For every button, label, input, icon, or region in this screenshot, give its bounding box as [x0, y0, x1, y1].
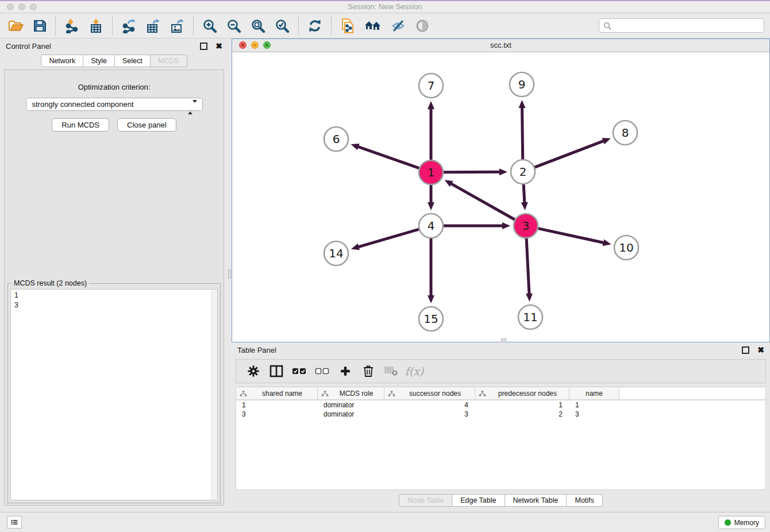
scrollbar-track[interactable] — [211, 290, 217, 500]
edge-3-10[interactable] — [538, 229, 604, 243]
edge-2-9[interactable] — [522, 107, 523, 159]
export-table-button[interactable] — [144, 16, 162, 36]
zoom-in-button[interactable] — [201, 16, 219, 36]
network-close-button[interactable]: × — [239, 41, 247, 49]
create-column-button[interactable] — [334, 361, 357, 381]
tab-network[interactable]: Network — [41, 55, 83, 67]
export-image-button[interactable] — [168, 16, 186, 36]
table-tabs: Node TableEdge TableNetwork TableMotifs — [232, 494, 770, 507]
delete-column-button[interactable] — [357, 361, 380, 381]
window-traffic-lights — [7, 3, 37, 10]
mcds-result-list[interactable]: 1 3 — [10, 289, 218, 500]
edge-4-14[interactable] — [357, 229, 418, 247]
task-history-button[interactable] — [7, 516, 22, 529]
window-close-button[interactable] — [7, 3, 14, 10]
zoom-fit-button[interactable] — [249, 16, 267, 36]
cell-name[interactable]: 3 — [569, 410, 619, 419]
houses-icon — [364, 19, 382, 33]
apply-layout-button[interactable] — [306, 16, 324, 36]
zoom-selected-button[interactable] — [273, 16, 291, 36]
tab-network-table[interactable]: Network Table — [505, 494, 567, 507]
zoom-out-button[interactable] — [225, 16, 243, 36]
save-session-button[interactable] — [31, 16, 48, 36]
cell-shared-name[interactable]: 3 — [236, 410, 318, 419]
edge-3-11[interactable] — [526, 238, 529, 295]
network-window: × − + scc.txt 7968124314101511 — [232, 38, 770, 342]
close-panel-button[interactable]: Close panel — [117, 118, 176, 132]
column-header-name[interactable]: name — [569, 387, 619, 399]
node-label-7: 7 — [428, 79, 435, 92]
edge-2-3[interactable] — [523, 184, 525, 203]
refresh-icon — [307, 18, 322, 33]
select-all-button[interactable] — [288, 361, 311, 381]
window-zoom-button[interactable] — [30, 3, 37, 10]
cell-shared-name[interactable]: 1 — [236, 400, 318, 410]
dropdown-selected-value: strongly connected component — [32, 100, 134, 109]
cell-successor-nodes[interactable]: 4 — [384, 400, 475, 410]
cell-predecessor-nodes[interactable]: 2 — [475, 410, 569, 419]
close-table-panel-icon[interactable]: ✖ — [757, 346, 764, 353]
column-view-button[interactable] — [265, 361, 288, 381]
open-session-button[interactable] — [6, 16, 25, 36]
divider-grip[interactable] — [228, 269, 231, 279]
tab-node-table[interactable]: Node Table — [399, 494, 452, 507]
cell-mcds-role[interactable]: dominator — [318, 400, 384, 410]
toolbar-separator — [55, 16, 56, 36]
tab-select[interactable]: Select — [115, 55, 151, 67]
import-table-button[interactable] — [87, 16, 105, 36]
tab-mcds[interactable]: MCDS — [151, 55, 187, 67]
search-input[interactable] — [612, 21, 760, 30]
network-maximize-button[interactable]: + — [263, 41, 271, 49]
edge-2-8[interactable] — [535, 141, 605, 167]
table-row-2[interactable]: 3dominator323 — [236, 410, 765, 419]
column-header-mcds-role[interactable]: MCDS role — [318, 387, 384, 399]
network-minimize-button[interactable]: − — [251, 41, 259, 49]
mcds-result-values: 1 3 — [11, 290, 211, 500]
mcds-result-title: MCDS result (2 nodes) — [11, 279, 89, 287]
tab-motifs[interactable]: Motifs — [567, 494, 602, 507]
column-label: predecessor nodes — [486, 390, 569, 398]
window-minimize-button[interactable] — [18, 3, 25, 10]
tab-edge-table[interactable]: Edge Table — [452, 494, 505, 507]
export-network-button[interactable] — [120, 16, 138, 36]
cell-mcds-role[interactable]: dominator — [318, 410, 384, 419]
float-table-panel-icon[interactable] — [742, 346, 749, 354]
column-header-shared-name[interactable]: shared name — [236, 387, 318, 399]
node-table-header: shared nameMCDS rolesuccessor nodesprede… — [236, 387, 765, 400]
edge-3-1[interactable] — [451, 183, 515, 219]
column-header-successor-nodes[interactable]: successor nodes — [384, 387, 475, 399]
memory-button[interactable]: Memory — [718, 516, 765, 529]
network-window-titlebar: × − + scc.txt — [232, 39, 769, 52]
close-panel-icon[interactable]: ✖ — [215, 43, 222, 49]
delete-table-button — [380, 361, 403, 381]
cell-name[interactable]: 1 — [569, 400, 619, 410]
table-row-1[interactable]: 1dominator411 — [236, 400, 765, 410]
float-panel-icon[interactable] — [200, 43, 207, 50]
export-table-icon — [145, 18, 160, 33]
run-mcds-button[interactable]: Run MCDS — [52, 118, 109, 132]
edge-1-6[interactable] — [357, 147, 419, 168]
zoom-selected-icon — [275, 18, 290, 33]
column-header-predecessor-nodes[interactable]: predecessor nodes — [475, 387, 569, 399]
mcds-panel: Optimization criterion: strongly connect… — [4, 70, 224, 506]
network-canvas[interactable]: 7968124314101511 — [232, 52, 769, 342]
toolbar-separator — [298, 16, 299, 36]
optimization-criterion-select[interactable]: strongly connected component — [26, 98, 203, 111]
edge-1-2[interactable] — [444, 172, 500, 172]
gear-icon — [247, 365, 260, 377]
first-neighbors-button[interactable] — [363, 16, 383, 36]
clone-network-button[interactable] — [338, 16, 357, 36]
table-panel-title: Table Panel — [237, 346, 742, 354]
hide-details-button[interactable] — [389, 16, 407, 36]
hide-details-icon — [391, 18, 406, 33]
tab-style[interactable]: Style — [83, 55, 115, 67]
table-settings-button[interactable] — [242, 361, 265, 381]
cell-predecessor-nodes[interactable]: 1 — [475, 400, 569, 410]
edge-arrow-3-10 — [603, 239, 611, 246]
horizontal-divider-grip[interactable] — [501, 338, 506, 342]
import-network-button[interactable] — [63, 16, 81, 36]
search-box[interactable] — [599, 18, 764, 33]
deselect-all-button[interactable] — [311, 361, 334, 381]
show-details-button[interactable] — [413, 16, 432, 36]
cell-successor-nodes[interactable]: 3 — [384, 410, 475, 419]
